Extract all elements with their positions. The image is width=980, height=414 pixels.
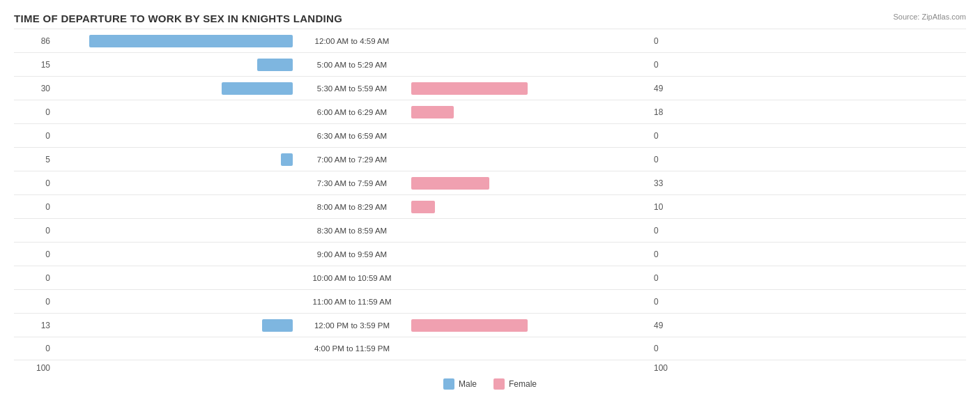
female-bar [411, 82, 528, 95]
female-value: 33 [648, 178, 690, 188]
time-label: 11:00 AM to 11:59 AM [293, 298, 411, 306]
female-value: 18 [648, 107, 690, 117]
male-value: 30 [14, 84, 56, 93]
time-label: 6:30 AM to 6:59 AM [293, 132, 411, 140]
female-bar-area [411, 319, 648, 332]
female-bar-area [411, 248, 648, 261]
male-value: 0 [14, 344, 56, 353]
female-value: 0 [648, 226, 690, 236]
male-bar-area [56, 153, 293, 166]
male-value: 15 [14, 60, 56, 70]
time-label: 12:00 AM to 4:59 AM [293, 37, 411, 45]
male-bar [222, 82, 293, 95]
female-value: 0 [648, 344, 690, 353]
female-bar-area [411, 201, 648, 213]
time-label: 7:30 AM to 7:59 AM [293, 179, 411, 187]
male-value: 0 [14, 250, 56, 259]
chart-row: 305:30 AM to 5:59 AM49 [14, 76, 966, 100]
female-bar-area [411, 130, 648, 142]
male-bar-area [56, 224, 293, 237]
female-bar-area [411, 106, 648, 118]
time-label: 8:00 AM to 8:29 AM [293, 203, 411, 211]
male-value: 13 [14, 321, 56, 330]
male-value: 86 [14, 36, 56, 46]
chart-row: 07:30 AM to 7:59 AM33 [14, 171, 966, 194]
time-label: 7:00 AM to 7:29 AM [293, 155, 411, 164]
male-bar-area [56, 177, 293, 190]
chart-row: 010:00 AM to 10:59 AM0 [14, 266, 966, 289]
female-value: 49 [648, 321, 690, 330]
male-bar-area [56, 319, 293, 332]
chart-row: 06:00 AM to 6:29 AM18 [14, 100, 966, 123]
time-label: 9:00 AM to 9:59 AM [293, 250, 411, 259]
male-bar-area [56, 342, 293, 355]
chart-area: 8612:00 AM to 4:59 AM0155:00 AM to 5:29 … [14, 29, 966, 360]
female-value: 0 [648, 36, 690, 46]
female-value: 0 [648, 273, 690, 283]
female-bar [411, 177, 489, 190]
male-bar [262, 319, 293, 332]
legend-male-box [443, 378, 454, 390]
female-value: 0 [648, 250, 690, 259]
chart-container: TIME OF DEPARTURE TO WORK BY SEX IN KNIG… [0, 0, 980, 414]
female-bar [411, 201, 435, 213]
female-bar-area [411, 272, 648, 284]
male-bar-area [56, 296, 293, 308]
legend: Male Female [14, 378, 966, 390]
male-bar [89, 35, 293, 47]
legend-male-label: Male [459, 379, 477, 389]
chart-title: TIME OF DEPARTURE TO WORK BY SEX IN KNIG… [14, 13, 966, 24]
male-bar-area [56, 59, 293, 71]
female-value: 0 [648, 297, 690, 307]
male-bar-area [56, 272, 293, 284]
male-value: 0 [14, 202, 56, 212]
male-value: 0 [14, 297, 56, 307]
male-value: 5 [14, 155, 56, 164]
female-bar [411, 106, 454, 118]
male-bar-area [56, 248, 293, 261]
chart-row: 8612:00 AM to 4:59 AM0 [14, 29, 966, 52]
female-value: 0 [648, 60, 690, 70]
chart-row: 155:00 AM to 5:29 AM0 [14, 52, 966, 76]
male-bar-area [56, 201, 293, 213]
male-bar [281, 153, 293, 166]
female-bar-area [411, 59, 648, 71]
female-value: 0 [648, 155, 690, 164]
male-value: 0 [14, 178, 56, 188]
chart-row: 06:30 AM to 6:59 AM0 [14, 123, 966, 147]
axis-left-value: 100 [14, 363, 56, 373]
time-label: 4:00 PM to 11:59 PM [293, 344, 411, 353]
chart-row: 04:00 PM to 11:59 PM0 [14, 337, 966, 360]
female-value: 0 [648, 131, 690, 141]
male-value: 0 [14, 226, 56, 236]
source-text: Source: ZipAtlas.com [893, 13, 966, 21]
female-bar-area [411, 177, 648, 190]
time-label: 6:00 AM to 6:29 AM [293, 108, 411, 116]
female-bar-area [411, 153, 648, 166]
time-label: 8:30 AM to 8:59 AM [293, 227, 411, 235]
axis-row: 100 100 [14, 363, 966, 373]
male-bar-area [56, 106, 293, 118]
legend-male: Male [443, 378, 477, 390]
time-label: 5:00 AM to 5:29 AM [293, 61, 411, 69]
female-bar-area [411, 342, 648, 355]
female-value: 49 [648, 84, 690, 93]
male-value: 0 [14, 131, 56, 141]
female-bar-area [411, 82, 648, 95]
legend-female-label: Female [509, 379, 537, 389]
legend-female-box [493, 378, 505, 390]
chart-row: 08:30 AM to 8:59 AM0 [14, 218, 966, 242]
female-bar-area [411, 296, 648, 308]
legend-female: Female [493, 378, 537, 390]
male-value: 0 [14, 107, 56, 117]
chart-row: 011:00 AM to 11:59 AM0 [14, 289, 966, 313]
female-bar-area [411, 224, 648, 237]
male-bar [257, 59, 293, 71]
male-value: 0 [14, 273, 56, 283]
time-label: 12:00 PM to 3:59 PM [293, 321, 411, 330]
male-bar-area [56, 35, 293, 47]
female-bar [411, 319, 528, 332]
female-bar-area [411, 35, 648, 47]
chart-row: 09:00 AM to 9:59 AM0 [14, 242, 966, 266]
chart-row: 57:00 AM to 7:29 AM0 [14, 147, 966, 171]
